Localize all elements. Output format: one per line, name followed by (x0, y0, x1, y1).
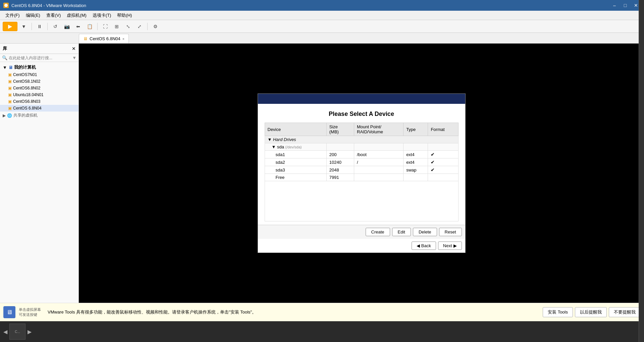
back-arrow-icon: ◀ (417, 243, 420, 248)
tab-icon: 🖥 (83, 36, 88, 41)
back-button[interactable]: ◀ Back (412, 242, 436, 250)
toolbar-snapshot-manager[interactable]: 📋 (85, 22, 95, 31)
maximize-button[interactable]: □ (621, 1, 630, 10)
main-layout: 库 ✕ 🔍 ▼ ▼ 🖥 我的计算机 ▣ CentOS7N01 ▣ (0, 44, 644, 303)
toolbar-restart[interactable]: ↺ (50, 22, 60, 31)
title-bar-left: CentOS 6.8N04 - VMware Workstation (3, 3, 86, 8)
title-bar: CentOS 6.8N04 - VMware Workstation – □ ✕ (0, 0, 644, 11)
vm-icon: ▣ (8, 99, 12, 104)
bottom-icon-label: 单击虚拟屏幕 可发送按键 (19, 307, 41, 317)
sidebar-shared-vms[interactable]: ▶ 🌐 共享的虚拟机 (0, 112, 78, 119)
sidebar-tree: ▼ 🖥 我的计算机 ▣ CentOS7N01 ▣ CentOS8.1N02 ▣ … (0, 62, 78, 303)
sidebar-search: 🔍 ▼ (0, 54, 78, 62)
window-title: CentOS 6.8N04 - VMware Workstation (11, 3, 86, 8)
col-mountpoint: Mount Point/RAID/Volume (354, 123, 404, 136)
next-label: Next (443, 243, 452, 248)
vm-icon: ▣ (8, 106, 12, 111)
shared-icon: 🌐 (7, 113, 12, 118)
my-computer-label: 我的计算机 (14, 64, 36, 70)
vm-label: CentOS6.8N03 (13, 99, 40, 104)
layout-wrapper: 🖥 CentOS 6.8N04 × 库 ✕ 🔍 ▼ ▼ 🖥 我的计算机 (0, 33, 644, 342)
col-format: Format (428, 123, 458, 136)
tab-close-button[interactable]: × (122, 37, 124, 41)
delete-button[interactable]: Delete (413, 228, 437, 236)
expand-icon: ▶ (3, 113, 6, 118)
install-tools-button[interactable]: 安装 Tools (543, 307, 573, 317)
menu-tabs[interactable]: 选项卡(T) (90, 12, 114, 19)
search-dropdown-icon[interactable]: ▼ (72, 55, 76, 60)
dialog-nav: ◀ Back Next ▶ (258, 239, 465, 253)
table-row-free[interactable]: Free 7991 (265, 174, 458, 181)
sidebar-close-button[interactable]: ✕ (72, 46, 76, 51)
col-size: Size(MB) (326, 123, 354, 136)
sidebar-my-computer[interactable]: ▼ 🖥 我的计算机 (0, 63, 78, 71)
search-input[interactable] (9, 56, 71, 60)
vm-dialog-titlebar (258, 94, 465, 104)
search-icon: 🔍 (2, 55, 7, 60)
separator-2 (47, 23, 48, 30)
toolbar-unity[interactable]: ⊞ (112, 22, 122, 31)
back-label: Back (421, 243, 431, 248)
section-expand-icon: ▼ (268, 137, 273, 142)
thumbnail-item[interactable]: C... (9, 324, 25, 340)
table-row-sda1[interactable]: sda1 200 /boot ext4 ✔ (265, 151, 458, 158)
vm-dialog-content: Please Select A Device Device Size(MB) M… (258, 104, 465, 225)
toolbar-snapshot-restore[interactable]: ⬅ (73, 22, 83, 31)
toolbar-fullscreen[interactable]: ⛶ (100, 22, 110, 31)
menu-file[interactable]: 文件(F) (3, 12, 22, 19)
vm-label: CentOS7N01 (13, 72, 37, 77)
vm-label: Ubuntu18.04N01 (13, 92, 44, 97)
vm-tab[interactable]: 🖥 CentOS 6.8N04 × (79, 34, 129, 43)
svg-point-0 (4, 4, 8, 7)
reset-button[interactable]: Reset (439, 228, 462, 236)
sidebar-item-centos7n01[interactable]: ▣ CentOS7N01 (0, 71, 78, 78)
toolbar-suspend[interactable]: ⏸ (35, 22, 45, 31)
bottom-panel: 🖥 单击虚拟屏幕 可发送按键 VMware Tools 具有很多功能，能改善鼠标… (0, 303, 644, 321)
toolbar-prefs[interactable]: ⚙ (150, 22, 160, 31)
toolbar-stretchguest[interactable]: ⤢ (135, 22, 145, 31)
bottom-text-group: 单击虚拟屏幕 可发送按键 (19, 307, 41, 317)
separator-3 (97, 23, 98, 30)
sidebar-header: 库 ✕ (0, 44, 78, 54)
toolbar-snapshot-take[interactable]: 📷 (62, 22, 72, 31)
table-row-sda3[interactable]: sda3 2048 swap ✔ (265, 166, 458, 174)
content-area[interactable]: Please Select A Device Device Size(MB) M… (79, 44, 644, 303)
strip-right-arrow[interactable]: ▶ (28, 329, 32, 335)
menu-vm[interactable]: 虚拟机(M) (64, 12, 89, 19)
strip-left-arrow[interactable]: ◀ (3, 329, 7, 335)
sidebar: 库 ✕ 🔍 ▼ ▼ 🖥 我的计算机 ▣ CentOS7N01 ▣ (0, 44, 79, 303)
menu-help[interactable]: 帮助(H) (114, 12, 135, 19)
vm-icon: ▣ (8, 79, 12, 84)
table-row-sda[interactable]: ▼ sda (/dev/sda) (265, 143, 458, 151)
sidebar-item-ubuntu18n01[interactable]: ▣ Ubuntu18.04N01 (0, 91, 78, 98)
separator-4 (147, 23, 148, 30)
bottom-message: VMware Tools 具有很多功能，能改善鼠标移动性、视频和性能。请登录客户… (44, 309, 539, 315)
sidebar-item-centos6n02[interactable]: ▣ CentOS6.8N02 (0, 85, 78, 91)
menu-bar: 文件(F) 编辑(E) 查看(V) 虚拟机(M) 选项卡(T) 帮助(H) (0, 11, 644, 20)
remind-later-button[interactable]: 以后提醒我 (575, 307, 607, 317)
sidebar-item-centos8n02[interactable]: ▣ CentOS8.1N02 (0, 78, 78, 85)
shared-label: 共享的虚拟机 (13, 113, 38, 118)
thumbnail-strip: ◀ C... ▶ (0, 321, 644, 342)
sidebar-item-centos6n03[interactable]: ▣ CentOS6.8N03 (0, 98, 78, 105)
table-row-sda2[interactable]: sda2 10240 / ext4 ✔ (265, 158, 458, 166)
dont-remind-button[interactable]: 不要提醒我 (609, 307, 641, 317)
col-type: Type (404, 123, 428, 136)
menu-view[interactable]: 查看(V) (44, 12, 63, 19)
menu-edit[interactable]: 编辑(E) (23, 12, 43, 19)
vm-icon: ▣ (8, 86, 12, 90)
toolbar-fitguest[interactable]: ⤡ (123, 22, 133, 31)
thumbnail-label: C... (15, 330, 20, 334)
edit-button[interactable]: Edit (392, 228, 411, 236)
vm-label: CentOS6.8N02 (13, 86, 40, 90)
next-button[interactable]: Next ▶ (438, 242, 462, 250)
strip-sidebar-toggle[interactable] (639, 0, 644, 342)
vm-dialog-title: Please Select A Device (265, 107, 459, 123)
section-label: Hard Drives (273, 137, 296, 142)
sidebar-item-centos6n04[interactable]: ▣ CentOS 6.8N04 (0, 105, 78, 112)
vm-icon: ▣ (8, 92, 12, 97)
create-button[interactable]: Create (366, 228, 390, 236)
power-button[interactable]: ▶ (3, 22, 17, 31)
minimize-button[interactable]: – (610, 1, 619, 10)
toolbar-btn-dropdown[interactable]: ▼ (19, 22, 29, 31)
